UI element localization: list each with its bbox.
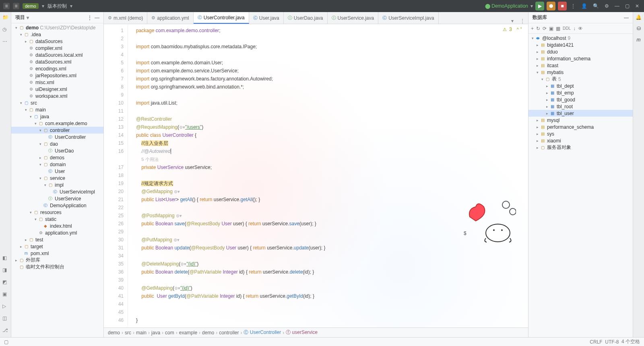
problems-icon[interactable]: ◩ (2, 279, 9, 286)
status-bar: ▢ CRLF UTF-8 4 个空格 (0, 337, 644, 346)
right-tool-strip: 🔔 ⛁ m (633, 12, 644, 337)
code-editor[interactable]: ⚠ 3 ^ ˅ 12345678910111213141516171819202… (104, 24, 528, 327)
main-menu-icon[interactable]: ≡ (3, 3, 10, 9)
crumb[interactable]: demo (108, 330, 120, 336)
project-panel: 项目 ▾ ⋮ — ▾▢demo C:\Users\ZDY\Desktop\de … (11, 12, 104, 337)
close-icon[interactable]: ✕ (634, 3, 641, 9)
crumb[interactable]: controller (219, 330, 239, 336)
more-icon[interactable]: ⋮ (569, 3, 577, 9)
titlebar: ≡ ≡ demo ▾ 版本控制 ▾ ⬤ DemoApplication ▾ ▶ … (0, 0, 644, 12)
run-icon[interactable]: ▷ (2, 303, 9, 310)
services-icon[interactable]: ◫ (2, 315, 9, 322)
commit-tool-icon[interactable]: ◷ (2, 27, 9, 33)
notifications-icon[interactable]: 🔔 (636, 14, 642, 20)
minimize-icon[interactable]: — (613, 3, 621, 9)
chevron-down-icon[interactable]: ▾ (70, 3, 72, 9)
settings-icon[interactable]: ⚙ (603, 3, 611, 9)
hide-icon[interactable]: — (95, 15, 99, 21)
collapse-icon[interactable]: ⋮ (87, 15, 92, 21)
chevron-down-icon[interactable]: ▾ (42, 3, 44, 9)
tab-appyml[interactable]: ⚙application.yml (147, 12, 193, 24)
tab-userserviceimpl[interactable]: ⒸUserServiceImpl.java (378, 12, 438, 24)
git-icon[interactable]: ⎇ (2, 327, 9, 334)
refresh-icon[interactable]: ↻ (536, 26, 540, 31)
stop-icon[interactable]: ▣ (549, 26, 553, 31)
breadcrumbs[interactable]: demo› src› main› java› com› example› dem… (104, 327, 528, 337)
crumb[interactable]: demo (202, 330, 214, 336)
vcs-menu[interactable]: 版本控制 (47, 3, 67, 10)
project-tree[interactable]: ▾▢demo C:\Users\ZDY\Desktop\de ▾▢.idea ▸… (11, 23, 103, 337)
crumb[interactable]: src (125, 330, 131, 336)
tab-list-icon[interactable]: ▾ (508, 18, 517, 24)
database-tree[interactable]: ▾⬬@localhost 9 ▸▤bigdate1421 ▸▤dduo ▸▤in… (528, 34, 633, 337)
sync-icon[interactable]: ⟳ (543, 26, 547, 31)
filter-icon[interactable]: ↓ (573, 26, 576, 31)
maven-tool-icon[interactable]: m (637, 37, 641, 43)
todo-icon[interactable]: ◨ (2, 267, 9, 274)
project-tool-icon[interactable]: 📁 (2, 14, 9, 21)
inspection-badge[interactable]: ⚠ 3 ^ ˅ (503, 27, 522, 32)
structure-tool-icon[interactable]: ⋯ (2, 39, 9, 45)
run-button[interactable]: ▶ (535, 2, 544, 10)
tab-usercontroller[interactable]: ⒸUserController.java (194, 12, 249, 24)
crumb[interactable]: Ⓒ UserController (244, 329, 281, 336)
project-selector[interactable]: demo (23, 3, 39, 9)
tab-userdao[interactable]: ⒾUserDao.java (284, 12, 328, 24)
hamburger-icon[interactable]: ≡ (13, 3, 19, 9)
terminal-icon[interactable]: ▣ (2, 291, 9, 298)
crumb[interactable]: java (151, 330, 160, 336)
view-icon[interactable]: 👁 (578, 26, 583, 31)
add-datasource-icon[interactable]: + (531, 26, 534, 31)
tab-mxml[interactable]: ⚙m.xml (demo) (104, 12, 147, 24)
crumb[interactable]: example (179, 330, 197, 336)
code-area[interactable]: package com.example.demo.controller; imp… (128, 24, 528, 327)
maximize-icon[interactable]: ▢ (623, 3, 631, 9)
left-tool-strip: 📁 ◷ ⋯ ◧ ◨ ◩ ▣ ▷ ◫ ⎇ (0, 12, 11, 337)
stop-button[interactable]: ■ (558, 2, 567, 10)
database-toolbar: + ↻ ⟳ ▣ ▦ DDL ↓ 👁 (528, 23, 633, 34)
database-panel: 数据库 — + ↻ ⟳ ▣ ▦ DDL ↓ 👁 ▾⬬@localhost 9 ▸… (528, 12, 633, 337)
status-indent[interactable]: 4 个空格 (621, 338, 640, 345)
hide-icon[interactable]: — (624, 15, 629, 21)
chevron-down-icon[interactable]: ▾ (27, 15, 29, 21)
chevron-down-icon[interactable]: ▾ (530, 3, 533, 9)
tab-user[interactable]: ⒸUser.java (249, 12, 284, 24)
bookmarks-icon[interactable]: ◧ (2, 255, 9, 262)
database-panel-title: 数据库 (533, 14, 547, 21)
search-icon[interactable]: 🔍 (591, 3, 601, 9)
gutter: 1234567891011121314151617181920212225262… (104, 24, 128, 327)
status-encoding[interactable]: UTF-8 (605, 339, 619, 345)
console-icon[interactable]: ▦ (556, 26, 560, 31)
tree-node-controller: ▾▢controller (11, 127, 103, 134)
project-panel-title: 项目 (15, 14, 25, 21)
status-eol[interactable]: CRLF (590, 339, 602, 345)
debug-button[interactable]: ⬢ (547, 2, 555, 10)
ddl-icon[interactable]: DDL (563, 26, 571, 31)
tab-userservice[interactable]: ⒾUserService.java (328, 12, 379, 24)
user-icon[interactable]: 👤 (580, 3, 589, 9)
tab-more-icon[interactable]: ⋮ (517, 18, 528, 24)
crumb[interactable]: com (165, 330, 174, 336)
run-config-selector[interactable]: ⬤ DemoApplication (485, 3, 528, 9)
database-tool-icon[interactable]: ⛁ (637, 26, 641, 31)
crumb[interactable]: main (136, 330, 147, 336)
status-stack-icon[interactable]: ▢ (4, 339, 8, 345)
crumb[interactable]: ⓕ userService (286, 329, 318, 336)
editor-tabs: ⚙m.xml (demo) ⚙application.yml ⒸUserCont… (104, 12, 528, 24)
